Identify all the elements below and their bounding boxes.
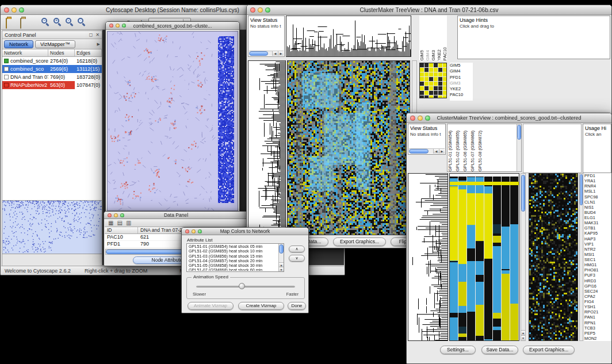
- close-button[interactable]: [4, 7, 9, 13]
- gene-label[interactable]: SEC24: [584, 289, 611, 294]
- gene-label[interactable]: MON2: [584, 336, 611, 341]
- zoom-selected-icon[interactable]: ·: [78, 18, 86, 26]
- animate-vizmap-button[interactable]: Animate Vizmap: [188, 302, 234, 310]
- network-canvas[interactable]: [107, 31, 238, 211]
- zoom-button[interactable]: [120, 213, 124, 217]
- zoom-button[interactable]: [265, 7, 270, 13]
- column-edges[interactable]: Edges: [75, 49, 102, 56]
- gene-label[interactable]: RPO21: [584, 309, 611, 315]
- row-dendrogram-canvas[interactable]: [408, 173, 448, 341]
- gene-label[interactable]: RPN1: [584, 320, 611, 325]
- zoom-button[interactable]: [198, 229, 202, 233]
- gene-label[interactable]: HMG1: [584, 262, 611, 267]
- gene-label[interactable]: YRA1: [584, 178, 611, 183]
- treeview-dna-titlebar[interactable]: ClusterMaker TreeView : DNA and Tran 07-…: [247, 5, 611, 15]
- move-down-button[interactable]: ∨: [289, 255, 305, 262]
- network-tree-row[interactable]: combined_scores 2764(0) 16218(0): [2, 57, 102, 65]
- scroll-right-icon[interactable]: ▶: [278, 51, 284, 56]
- array-column-label[interactable]: GPL51-02 (GSM855): [455, 131, 462, 171]
- matrix-column-label[interactable]: GIM3: [431, 50, 437, 60]
- matrix-column-label[interactable]: GIM5: [419, 50, 425, 60]
- export-graphics-button[interactable]: Export Graphics...: [523, 346, 575, 354]
- float-panel-icon[interactable]: ◻: [89, 32, 93, 37]
- settings-button[interactable]: Settings...: [440, 346, 476, 354]
- gene-label[interactable]: BUD4: [584, 210, 611, 215]
- minimize-button[interactable]: [258, 7, 263, 13]
- zoom-out-icon[interactable]: −: [41, 18, 50, 26]
- open-session-icon[interactable]: [6, 18, 16, 26]
- gene-label[interactable]: RNR4: [584, 183, 611, 189]
- gene-label[interactable]: NIS1: [584, 205, 611, 210]
- gene-label[interactable]: HAP3: [584, 236, 611, 242]
- import-network-icon[interactable]: [20, 18, 30, 26]
- matrix-column-label[interactable]: PAC10: [442, 47, 447, 60]
- tab-network[interactable]: Network: [4, 40, 33, 48]
- gene-label[interactable]: YSH1: [584, 304, 611, 309]
- gene-label[interactable]: MSL1: [584, 189, 611, 194]
- gene-label[interactable]: GPI16: [584, 283, 611, 289]
- array-column-label[interactable]: GPL51-01 (GSM854): [447, 131, 455, 171]
- gene-label[interactable]: PHO81: [584, 267, 611, 273]
- export-graphics-button[interactable]: Export Graphics...: [333, 237, 386, 246]
- gene-label[interactable]: SEC1: [584, 257, 611, 262]
- minimize-button[interactable]: [12, 7, 17, 13]
- animation-speed-slider[interactable]: [196, 286, 295, 288]
- gene-label[interactable]: SPC98: [584, 194, 611, 200]
- gene-label[interactable]: KAP95: [584, 231, 611, 236]
- secondary-heatmap-canvas[interactable]: [529, 173, 578, 341]
- close-button[interactable]: [250, 7, 255, 13]
- matrix-gene-label[interactable]: GIM3: [450, 81, 473, 86]
- minimize-button[interactable]: [114, 213, 118, 217]
- column-id[interactable]: ID: [105, 227, 138, 233]
- labels-vscrollbar[interactable]: [517, 124, 521, 171]
- network-tree-row[interactable]: DNA and Tran 07 769(0) 183728(0): [2, 73, 102, 81]
- scroll-up-icon[interactable]: ▲: [521, 330, 525, 335]
- scroll-down-icon[interactable]: ▼: [521, 335, 525, 340]
- network-tree-row[interactable]: combined_sco 2569(6) 13112(15): [2, 65, 102, 73]
- create-vizmap-button[interactable]: Create Vizmap: [238, 302, 284, 310]
- scroll-down-icon[interactable]: ▼: [279, 267, 284, 271]
- scroll-left-icon[interactable]: ◀: [433, 149, 439, 154]
- matrix-gene-label[interactable]: PAC10: [450, 92, 473, 98]
- array-column-label[interactable]: GPL51-08 (GSM872): [477, 131, 485, 171]
- matrix-gene-label[interactable]: GIM4: [450, 68, 473, 74]
- gene-label[interactable]: FIG4: [584, 299, 611, 304]
- zoom-fit-icon[interactable]: ▫: [66, 18, 74, 26]
- column-dendrogram-canvas[interactable]: [286, 16, 411, 57]
- zoom-button[interactable]: [19, 7, 24, 13]
- tab-overflow-icon[interactable]: ▶: [97, 42, 100, 47]
- attribute-select-icon[interactable]: ▦: [108, 220, 113, 226]
- attribute-list-item[interactable]: GPL51-07 (GSM868) heat shock 60 min: [188, 268, 278, 271]
- network-overview-canvas[interactable]: [2, 201, 102, 254]
- tab-vizmapper[interactable]: VizMapper™: [35, 40, 75, 48]
- correlation-matrix-canvas[interactable]: [419, 63, 447, 98]
- matrix-gene-label[interactable]: PFD1: [450, 75, 473, 81]
- array-column-label[interactable]: GPL51-06 (GSM865): [462, 131, 470, 171]
- zoom-button[interactable]: [425, 116, 430, 121]
- minimize-button[interactable]: [418, 116, 423, 121]
- minimize-button[interactable]: [116, 24, 120, 28]
- gene-label[interactable]: GTB1: [584, 225, 611, 231]
- gene-label[interactable]: CLN1: [584, 200, 611, 205]
- minimize-button[interactable]: [192, 229, 196, 233]
- zoom-button[interactable]: [122, 24, 126, 28]
- close-panel-icon[interactable]: ✕: [95, 32, 100, 37]
- gene-label[interactable]: PAN1: [584, 315, 611, 320]
- gene-label[interactable]: PFD1: [584, 173, 611, 178]
- gene-label[interactable]: HRD3: [584, 278, 611, 283]
- row-dendrogram-canvas[interactable]: [248, 60, 286, 235]
- gene-label[interactable]: MSI1: [584, 252, 611, 257]
- scroll-up-icon[interactable]: ▲: [279, 262, 284, 267]
- matrix-column-label[interactable]: GIM4: [425, 50, 431, 60]
- done-button[interactable]: Done: [288, 302, 306, 310]
- slider-thumb[interactable]: [239, 283, 245, 289]
- attribute-list[interactable]: GPL51-01 (GSM854) heat shock 05 minGPL51…: [186, 243, 284, 272]
- close-button[interactable]: [108, 213, 112, 217]
- attribute-list-scrollbar[interactable]: ▲ ▼: [278, 244, 284, 271]
- data-panel-titlebar[interactable]: Data Panel: [104, 212, 248, 219]
- heatmap-vscrollbar[interactable]: ▲ ▼: [521, 173, 526, 341]
- gene-label[interactable]: CPA2: [584, 294, 611, 299]
- attribute-list-icon[interactable]: ▤: [117, 220, 122, 226]
- network-tree-row[interactable]: RNAPuberNov2 563(0) 107847(0): [2, 81, 102, 89]
- array-column-label[interactable]: GPL51-07 (GSM868): [470, 131, 477, 171]
